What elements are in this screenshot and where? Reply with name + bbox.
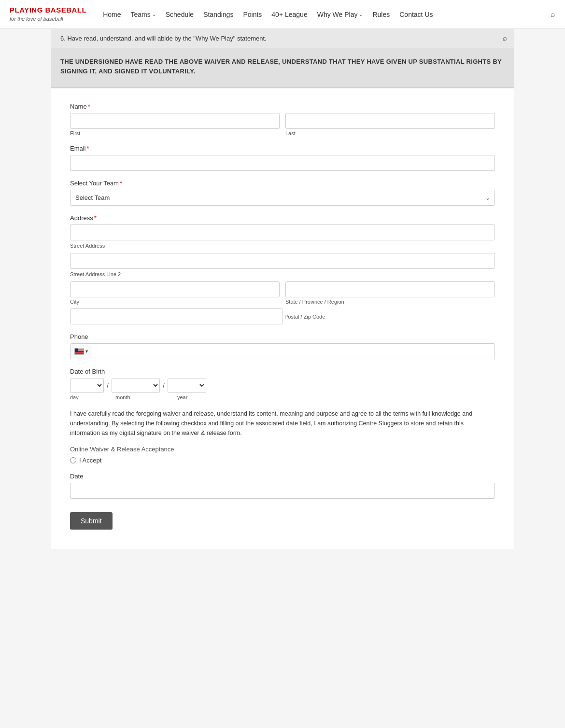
dob-separator-1: / — [106, 382, 110, 390]
address-label: Address* — [70, 214, 495, 222]
phone-flag-dropdown[interactable]: ▾ — [71, 345, 92, 358]
team-group: Select Your Team* Select Team ⌄ — [70, 180, 495, 206]
nav-home[interactable]: Home — [98, 1, 126, 28]
first-name-input[interactable] — [70, 113, 280, 129]
search-corner-icon[interactable]: ⌕ — [503, 34, 508, 42]
name-row: First Last — [70, 113, 495, 136]
nav-teams[interactable]: Teams ⌄ — [126, 1, 161, 28]
dob-month-select[interactable] — [112, 378, 160, 393]
first-sublabel: First — [70, 130, 280, 136]
waiver-form: Name* First Last Email* S — [51, 88, 514, 549]
dob-year-sublabel: year — [177, 394, 216, 400]
city-input[interactable] — [70, 281, 280, 297]
date-group: Date — [70, 473, 495, 499]
waiver-legal: THE UNDERSIGNED HAVE READ THE ABOVE WAIV… — [51, 48, 514, 88]
date-label: Date — [70, 473, 495, 480]
waiver-legal-text: THE UNDERSIGNED HAVE READ THE ABOVE WAIV… — [60, 58, 502, 75]
brand-sub: for the love of baseball — [10, 16, 63, 22]
site-brand[interactable]: PLAYING BASEBALL for the love of basebal… — [10, 6, 86, 23]
state-sublabel: State / Province / Region — [285, 299, 495, 305]
chevron-down-icon: ⌄ — [359, 12, 363, 17]
brand-main: PLAYING BASEBALL — [10, 6, 86, 14]
dob-label: Date of Birth — [70, 368, 495, 375]
dob-day-select[interactable] — [70, 378, 104, 393]
dob-wrapper: / / — [70, 378, 495, 393]
email-group: Email* — [70, 145, 495, 171]
city-col: City — [70, 281, 280, 305]
waiver-notice-text: 6. Have read, understand, and will abide… — [60, 35, 267, 42]
nav-standings[interactable]: Standings — [198, 1, 238, 28]
first-name-col: First — [70, 113, 280, 136]
waiver-acceptance-group: Online Waiver & Release Acceptance I Acc… — [70, 446, 495, 464]
search-icon[interactable]: ⌕ — [551, 10, 555, 19]
phone-label: Phone — [70, 333, 495, 340]
us-flag-icon — [74, 348, 84, 355]
name-label: Name* — [70, 103, 495, 110]
i-accept-radio[interactable] — [70, 457, 76, 463]
state-col: State / Province / Region — [285, 281, 495, 305]
zip-input[interactable] — [70, 308, 282, 324]
address-group: Address* Street Address Street Address L… — [70, 214, 495, 324]
dob-month-sublabel: month — [115, 394, 164, 400]
last-name-col: Last — [285, 113, 495, 136]
team-select[interactable]: Select Team — [70, 190, 495, 206]
nav-points[interactable]: Points — [238, 1, 267, 28]
i-accept-text: I Accept — [79, 457, 101, 464]
dob-group: Date of Birth / / day month year — [70, 368, 495, 400]
dob-day-sublabel: day — [70, 394, 104, 400]
last-name-input[interactable] — [285, 113, 495, 129]
zip-wrapper: Postal / Zip Code — [70, 308, 495, 324]
street-address-input[interactable] — [70, 224, 495, 240]
i-accept-label[interactable]: I Accept — [70, 457, 495, 464]
dob-year-select[interactable] — [168, 378, 206, 393]
consent-text: I have carefully read the foregoing waiv… — [70, 409, 495, 438]
city-state-row: City State / Province / Region — [70, 281, 495, 305]
waiver-notice: 6. Have read, understand, and will abide… — [51, 29, 514, 48]
navigation: PLAYING BASEBALL for the love of basebal… — [0, 0, 565, 29]
name-group: Name* First Last — [70, 103, 495, 136]
nav-links: Home Teams ⌄ Schedule Standings Points 4… — [98, 1, 438, 28]
team-select-wrapper: Select Team ⌄ — [70, 190, 495, 206]
dob-separator-2: / — [162, 382, 166, 390]
team-label: Select Your Team* — [70, 180, 495, 187]
flag-chevron-icon: ▾ — [85, 349, 88, 354]
phone-group: Phone ▾ — [70, 333, 495, 359]
chevron-down-icon: ⌄ — [152, 12, 156, 17]
zip-sublabel: Postal / Zip Code — [284, 314, 325, 320]
state-input[interactable] — [285, 281, 495, 297]
street1-sublabel: Street Address — [70, 243, 105, 249]
dob-sublabels: day month year — [70, 394, 495, 400]
street2-wrapper: Street Address Line 2 — [70, 253, 495, 278]
street2-sublabel: Street Address Line 2 — [70, 271, 121, 277]
nav-why-we-play[interactable]: Why We Play ⌄ — [312, 1, 368, 28]
street1-wrapper: Street Address — [70, 224, 495, 249]
street-address-line2-input[interactable] — [70, 253, 495, 269]
nav-rules[interactable]: Rules — [367, 1, 395, 28]
page-wrapper: 6. Have read, understand, and will abide… — [51, 29, 514, 549]
phone-wrapper: ▾ — [70, 343, 495, 359]
email-label: Email* — [70, 145, 495, 152]
online-waiver-label: Online Waiver & Release Acceptance — [70, 446, 495, 453]
phone-input[interactable] — [92, 344, 494, 359]
submit-button[interactable]: Submit — [70, 512, 113, 530]
nav-contact[interactable]: Contact Us — [395, 1, 438, 28]
date-input[interactable] — [70, 483, 495, 499]
last-sublabel: Last — [285, 130, 495, 136]
city-sublabel: City — [70, 299, 280, 305]
nav-schedule[interactable]: Schedule — [161, 1, 198, 28]
nav-40-league[interactable]: 40+ League — [267, 1, 312, 28]
email-input[interactable] — [70, 155, 495, 171]
